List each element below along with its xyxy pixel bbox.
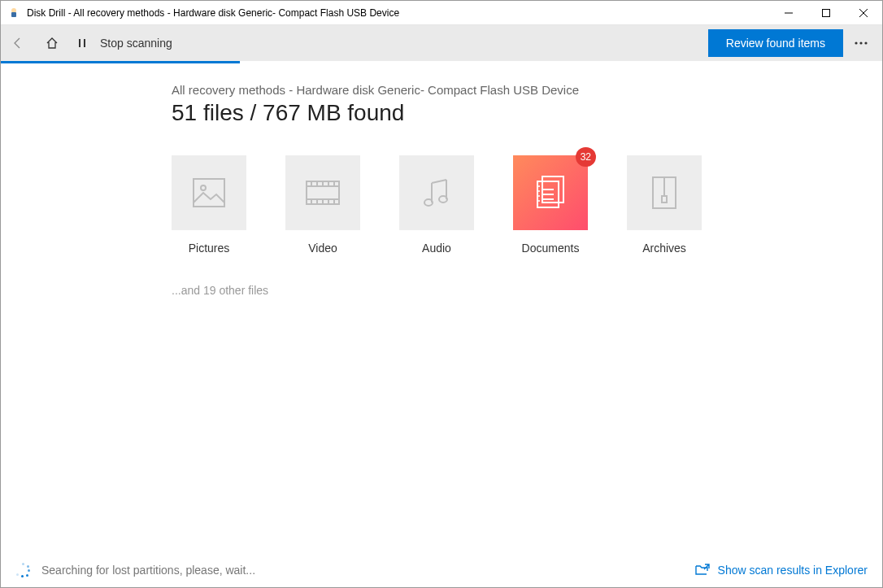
svg-point-5 [864,41,867,44]
app-icon [7,7,20,20]
tile-documents[interactable]: 32Documents [513,155,588,255]
window-title: Disk Drill - All recovery methods - Hard… [27,7,770,19]
scan-progress-fill [1,61,240,63]
more-menu-button[interactable] [843,25,879,61]
tile-video[interactable]: Video [285,155,360,255]
spinner-icon [15,563,30,577]
tile-pictures[interactable]: Pictures [172,155,246,255]
toolbar: Stop scanning Review found items [1,25,882,61]
stop-scanning-label[interactable]: Stop scanning [100,37,172,50]
window-controls [770,1,882,24]
tile-audio[interactable]: Audio [399,155,474,255]
tile-archives[interactable]: Archives [627,155,702,255]
svg-point-7 [201,185,206,190]
pause-button[interactable] [69,25,95,61]
home-button[interactable] [35,25,69,61]
title-bar: Disk Drill - All recovery methods - Hard… [1,1,882,25]
main-content: All recovery methods - Hardware disk Gen… [1,63,882,553]
tile-label: Video [308,242,337,255]
open-folder-icon [695,563,710,578]
maximize-button[interactable] [807,1,845,24]
back-button[interactable] [1,25,35,61]
audio-icon [399,155,474,230]
minimize-button[interactable] [770,1,807,24]
show-in-explorer-link[interactable]: Show scan results in Explorer [695,563,868,578]
breadcrumb: All recovery methods - Hardware disk Gen… [172,83,830,97]
svg-rect-6 [194,179,224,207]
scan-summary: 51 files / 767 MB found [172,100,830,126]
category-tiles: PicturesVideoAudio32DocumentsArchives [172,155,830,255]
svg-point-16 [538,200,540,202]
svg-point-3 [855,41,857,44]
tile-badge-documents: 32 [576,147,596,167]
tile-label: Audio [422,242,451,255]
svg-rect-18 [662,196,667,203]
svg-point-4 [859,41,862,44]
pictures-icon [172,155,246,230]
explorer-link-label: Show scan results in Explorer [718,564,868,577]
review-found-items-button[interactable]: Review found items [708,29,843,57]
close-button[interactable] [845,1,882,24]
tile-label: Documents [522,242,580,255]
tile-label: Archives [642,242,686,255]
scan-progress-bar [1,61,882,63]
svg-rect-2 [823,9,830,16]
status-bar: Searching for lost partitions, please, w… [1,553,882,587]
tile-label: Pictures [189,242,230,255]
video-icon [285,155,360,230]
status-text: Searching for lost partitions, please, w… [41,564,695,577]
svg-rect-1 [11,12,16,17]
svg-point-15 [538,195,540,197]
svg-point-14 [538,190,540,192]
svg-point-13 [538,185,540,187]
other-files-text: ...and 19 other files [172,284,830,297]
archives-icon [627,155,702,230]
documents-icon: 32 [513,155,588,230]
